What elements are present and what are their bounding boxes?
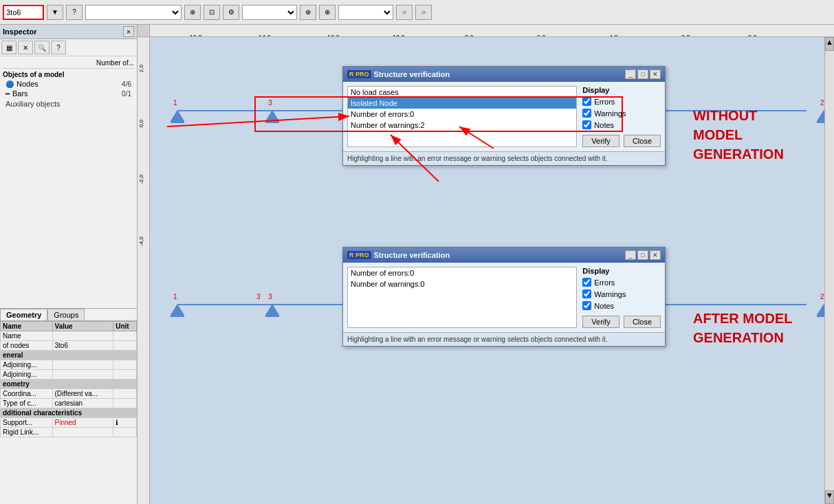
svg-marker-0 [171, 110, 184, 121]
prop-coord-unit [113, 388, 137, 398]
dialog1-item-warnings[interactable]: Number of warnings:2 [348, 120, 576, 131]
svg-marker-12 [171, 304, 184, 315]
inspector-header: Inspector × [0, 25, 137, 39]
dialog1-item-isolated[interactable]: Isolated Node [348, 98, 576, 109]
toolbar-dropdown2[interactable] [242, 5, 297, 20]
selection-input[interactable]: 3to6 [3, 5, 44, 20]
vertical-scrollbar[interactable]: ▲ ▼ [824, 37, 834, 504]
toolbar-dropdown1[interactable] [85, 5, 182, 20]
toolbar-icon5[interactable]: ⊕ [319, 5, 336, 20]
prop-type-value: cartesian [52, 398, 113, 408]
toolbar-icon4[interactable]: ⊕ [300, 5, 316, 20]
support-help-icon[interactable]: ℹ [116, 419, 118, 426]
prop-nodes-unit [113, 340, 137, 350]
dialog2-display-label: Display [582, 267, 661, 275]
dialog1-cb-warnings-label: Warnings [594, 109, 626, 118]
dialog1-cb-errors-row[interactable]: Errors [582, 97, 661, 106]
dialog2-verify-btn[interactable]: Verify [582, 316, 619, 328]
dialog2-cb-errors-row[interactable]: Errors [582, 278, 661, 287]
prop-row-general: eneral [1, 350, 137, 360]
ruler-vtick-1: 2,0 [138, 65, 144, 72]
insp-btn-x[interactable]: ✕ [18, 41, 33, 54]
bottom-node3-label-b: 3 [268, 293, 272, 300]
prop-adj2-unit [113, 369, 137, 379]
dropdown-arrow[interactable]: ▼ [47, 5, 63, 20]
dialog2-close-action-btn[interactable]: Close [624, 316, 661, 328]
prop-support-value: Pinned [52, 417, 113, 427]
insp-btn-search[interactable]: 🔍 [34, 41, 50, 54]
dialog1-left: No load cases Isolated Node Number of er… [347, 86, 577, 147]
prop-row-adj2: Adjoining... [1, 369, 137, 379]
dialog2-minimize-btn[interactable]: _ [625, 250, 636, 260]
dialog1-footer-text: Highlighting a line with an error messag… [347, 155, 608, 162]
dialog2-item-warnings[interactable]: Number of warnings:0 [348, 278, 576, 289]
svg-rect-5 [265, 121, 279, 123]
dialog2-title-left: R PRO Structure verification [347, 251, 450, 259]
dialog1-item-errors[interactable]: Number of errors:0 [348, 109, 576, 120]
toolbar-icon1[interactable]: ⊕ [184, 5, 201, 20]
prop-type-name: Type of c... [1, 398, 53, 408]
annotation-without-model: WITHOUTMODELGENERATION [693, 106, 784, 164]
toolbar-dropdown3[interactable] [338, 5, 393, 20]
dialog1-item-noload[interactable]: No load cases [348, 87, 576, 98]
dialog1-cb-notes-row[interactable]: Notes [582, 120, 661, 129]
dialog1-cb-warnings[interactable] [582, 109, 591, 118]
bottom-node2-label: 2 [820, 293, 824, 300]
dialog2-right: Display Errors Warnings Notes [582, 267, 661, 328]
tab-groups[interactable]: Groups [47, 309, 85, 320]
bottom-node3-label-a: 3 [256, 293, 261, 300]
dialog2-cb-notes-row[interactable]: Notes [582, 301, 661, 310]
node-icon: 🔵 [6, 80, 14, 88]
prop-support-name: Support... [1, 417, 53, 427]
ruler-vertical: 2,0 0,0 -2,0 -4,0 [138, 37, 150, 504]
dialog1-minimize-btn[interactable]: _ [625, 69, 636, 79]
insp-btn-help[interactable]: ? [51, 41, 66, 54]
dialog1-list[interactable]: No load cases Isolated Node Number of er… [347, 86, 577, 147]
dialog1-right: Display Errors Warnings Notes [582, 86, 661, 147]
inspector-close-btn[interactable]: × [123, 26, 134, 37]
toolbar-icon7[interactable]: ○ [415, 5, 432, 20]
dialog1-verify-btn[interactable]: Verify [582, 135, 619, 147]
dialog1-body: No load cases Isolated Node Number of er… [343, 82, 665, 151]
dialog1-cb-notes[interactable] [582, 120, 591, 129]
dialog1-close-action-btn[interactable]: Close [624, 135, 661, 147]
canvas-background: 1 2 3 4 5 [150, 37, 834, 504]
inspector-nodes-label: Nodes [17, 80, 39, 88]
dialog2-cb-errors[interactable] [582, 278, 591, 287]
dialog1-close-btn[interactable]: ✕ [650, 69, 661, 79]
dialog1-cb-warnings-row[interactable]: Warnings [582, 109, 661, 118]
top-node1-label: 1 [173, 99, 177, 107]
prop-col-name: Name [1, 321, 53, 331]
dialog2-left: Number of errors:0 Number of warnings:0 [347, 267, 577, 328]
svg-rect-17 [265, 315, 279, 317]
prop-coord-value: (Different va... [52, 388, 113, 398]
bottom-support-1 [171, 304, 184, 318]
prop-name-value [52, 331, 113, 340]
scrollbar-up-btn[interactable]: ▲ [825, 37, 834, 51]
ruler-vtick-3: -2,0 [138, 175, 144, 184]
bottom-support-3 [265, 304, 279, 318]
dialog1-cb-errors[interactable] [582, 97, 591, 106]
dialog2-list[interactable]: Number of errors:0 Number of warnings:0 [347, 267, 577, 328]
toolbar-icon3[interactable]: ⚙ [223, 5, 239, 20]
dialog2-cb-notes[interactable] [582, 301, 591, 310]
inspector-spacer [0, 112, 137, 308]
prop-row-adj1: Adjoining... [1, 360, 137, 369]
insp-btn-filter[interactable]: ▦ [1, 41, 17, 54]
dialog2-item-errors[interactable]: Number of errors:0 [348, 267, 576, 278]
dialog2-close-btn[interactable]: ✕ [650, 250, 661, 260]
toolbar: 3to6 ▼ ? ⊕ ⊡ ⚙ ⊕ ⊕ ○ ○ [0, 0, 834, 25]
dialog2-maximize-btn[interactable]: □ [637, 250, 648, 260]
dialog2-cb-warnings-row[interactable]: Warnings [582, 289, 661, 298]
scrollbar-down-btn[interactable]: ▼ [825, 490, 834, 504]
tab-geometry[interactable]: Geometry [0, 309, 47, 320]
toolbar-icon2[interactable]: ⊡ [204, 5, 220, 20]
toolbar-icon6[interactable]: ○ [396, 5, 413, 20]
help-btn[interactable]: ? [66, 5, 83, 20]
dialog1-display-label: Display [582, 86, 661, 94]
dialog2-cb-warnings[interactable] [582, 289, 591, 298]
prop-adj1-value [52, 360, 113, 369]
dialog1-maximize-btn[interactable]: □ [637, 69, 648, 79]
dialog2-footer: Highlighting a line with an error messag… [343, 332, 665, 346]
canvas-area: -16,0 -14,0 -12,0 -10,0 -8,0 -6,0 -4,0 -… [138, 25, 834, 504]
